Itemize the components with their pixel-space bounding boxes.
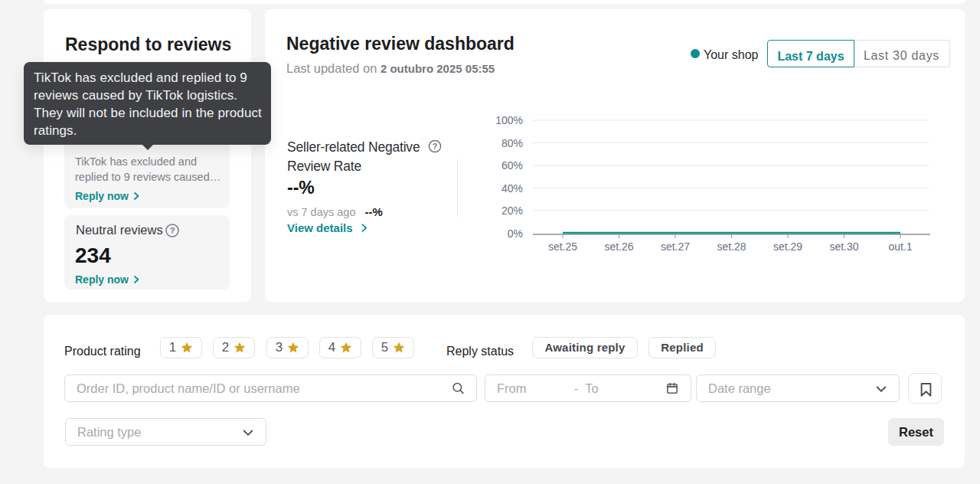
svg-text:60%: 60% — [501, 159, 523, 172]
svg-text:set.30: set.30 — [829, 240, 858, 253]
svg-text:set.29: set.29 — [773, 240, 802, 253]
svg-text:?: ? — [433, 142, 437, 151]
svg-text:set.27: set.27 — [661, 240, 690, 253]
svg-text:0%: 0% — [508, 227, 523, 240]
svg-text:set.25: set.25 — [548, 240, 577, 253]
svg-text:100%: 100% — [495, 114, 523, 126]
svg-text:set.28: set.28 — [717, 240, 746, 253]
svg-text:20%: 20% — [501, 204, 523, 217]
svg-text:?: ? — [170, 226, 175, 235]
svg-text:set.26: set.26 — [604, 240, 633, 253]
svg-text:out.1: out.1 — [888, 240, 912, 253]
svg-text:40%: 40% — [501, 182, 523, 195]
svg-text:80%: 80% — [501, 137, 523, 149]
